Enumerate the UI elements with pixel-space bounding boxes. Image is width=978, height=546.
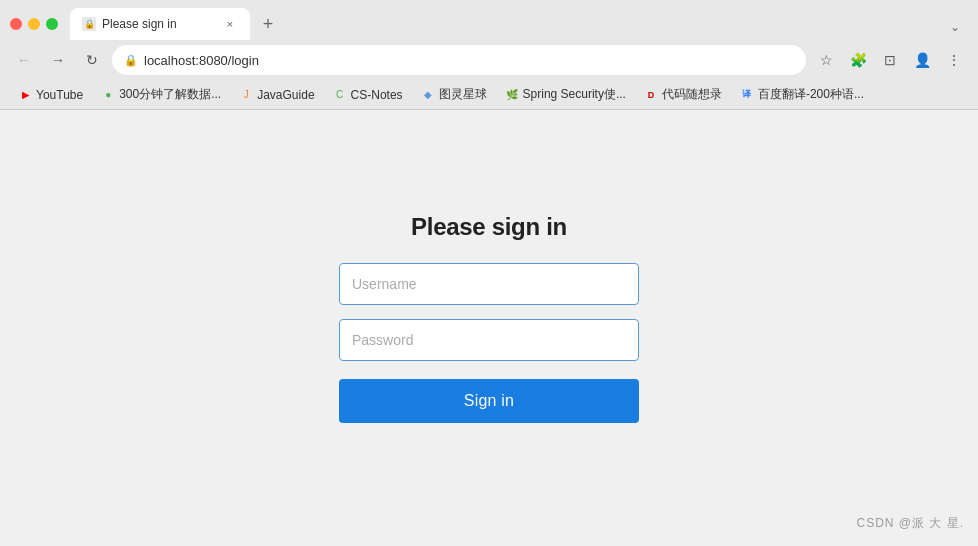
youtube-favicon-icon: ▶	[18, 88, 32, 102]
bookmark-300min[interactable]: ●300分钟了解数据...	[93, 84, 229, 105]
cs-notes-favicon-icon: C	[333, 88, 347, 102]
forward-icon: →	[51, 52, 65, 68]
bookmark-csdn[interactable]: D代码随想录	[636, 84, 730, 105]
reload-icon: ↻	[86, 52, 98, 68]
account-icon: 👤	[914, 52, 931, 68]
username-input[interactable]	[339, 263, 639, 305]
title-bar: 🔒 Please sign in × + ⌄	[0, 0, 978, 40]
tab-title: Please sign in	[102, 17, 216, 31]
bookmark-tl-label: 图灵星球	[439, 86, 487, 103]
active-tab[interactable]: 🔒 Please sign in ×	[70, 8, 250, 40]
bookmark-translate-label: 百度翻译-200种语...	[758, 86, 864, 103]
bookmark-icon: ☆	[820, 52, 833, 68]
address-host: localhost	[144, 53, 195, 68]
more-icon: ⋮	[947, 52, 961, 68]
split-icon: ⊡	[884, 52, 896, 68]
more-button[interactable]: ⋮	[940, 46, 968, 74]
new-tab-button[interactable]: +	[254, 10, 282, 38]
bookmark-javaguide-label: JavaGuide	[257, 88, 314, 102]
tab-favicon: 🔒	[82, 17, 96, 31]
bookmark-spring[interactable]: 🌿Spring Security使...	[497, 84, 634, 105]
tab-close-button[interactable]: ×	[222, 16, 238, 32]
lock-icon: 🔒	[124, 54, 138, 67]
extensions-icon: 🧩	[850, 52, 867, 68]
close-window-button[interactable]	[10, 18, 22, 30]
back-button[interactable]: ←	[10, 46, 38, 74]
bookmark-youtube[interactable]: ▶YouTube	[10, 86, 91, 104]
address-port-path: :8080/login	[195, 53, 259, 68]
nav-bar: ← → ↻ 🔒 localhost:8080/login ☆ 🧩 ⊡	[0, 40, 978, 80]
bookmark-cs-notes[interactable]: CCS-Notes	[325, 86, 411, 104]
login-container: Please sign in Sign in	[339, 213, 639, 423]
minimize-window-button[interactable]	[28, 18, 40, 30]
translate-favicon-icon: 译	[740, 88, 754, 102]
bookmark-cs-notes-label: CS-Notes	[351, 88, 403, 102]
bookmark-csdn-label: 代码随想录	[662, 86, 722, 103]
bookmark-youtube-label: YouTube	[36, 88, 83, 102]
bookmark-button[interactable]: ☆	[812, 46, 840, 74]
tl-favicon-icon: ◆	[421, 88, 435, 102]
javaguide-favicon-icon: J	[239, 88, 253, 102]
back-icon: ←	[17, 52, 31, 68]
forward-button[interactable]: →	[44, 46, 72, 74]
browser-chrome: 🔒 Please sign in × + ⌄ ← → ↻ 🔒 localhost…	[0, 0, 978, 110]
address-text: localhost:8080/login	[144, 53, 794, 68]
watermark: CSDN @派 大 星.	[856, 515, 964, 532]
reload-button[interactable]: ↻	[78, 46, 106, 74]
bookmark-300min-label: 300分钟了解数据...	[119, 86, 221, 103]
tabs-bar: 🔒 Please sign in × + ⌄	[70, 8, 968, 40]
maximize-window-button[interactable]	[46, 18, 58, 30]
account-button[interactable]: 👤	[908, 46, 936, 74]
csdn-favicon-icon: D	[644, 88, 658, 102]
password-input[interactable]	[339, 319, 639, 361]
tab-overflow-button[interactable]: ⌄	[942, 16, 968, 38]
page-content: Please sign in Sign in CSDN @派 大 星.	[0, 110, 978, 546]
bookmarks-bar: ▶YouTube●300分钟了解数据...JJavaGuideCCS-Notes…	[0, 80, 978, 110]
bookmark-javaguide[interactable]: JJavaGuide	[231, 86, 322, 104]
page-title: Please sign in	[411, 213, 567, 241]
address-bar[interactable]: 🔒 localhost:8080/login	[112, 45, 806, 75]
spring-favicon-icon: 🌿	[505, 88, 519, 102]
bookmark-tl[interactable]: ◆图灵星球	[413, 84, 495, 105]
bookmark-spring-label: Spring Security使...	[523, 86, 626, 103]
nav-actions: ☆ 🧩 ⊡ 👤 ⋮	[812, 46, 968, 74]
split-button[interactable]: ⊡	[876, 46, 904, 74]
extensions-button[interactable]: 🧩	[844, 46, 872, 74]
300min-favicon-icon: ●	[101, 88, 115, 102]
signin-button[interactable]: Sign in	[339, 379, 639, 423]
bookmark-translate[interactable]: 译百度翻译-200种语...	[732, 84, 872, 105]
window-controls	[10, 18, 58, 30]
